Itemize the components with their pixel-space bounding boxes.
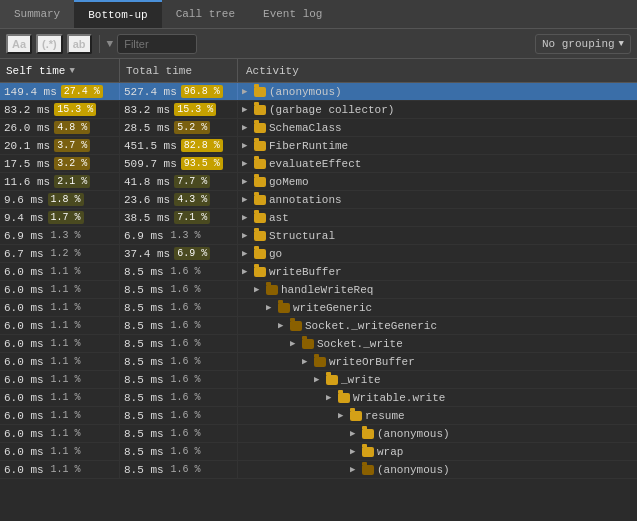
expand-icon[interactable]: ▶ [242, 140, 252, 151]
activity-name: Structural [269, 230, 335, 242]
table-row[interactable]: 20.1 ms3.7 %451.5 ms82.8 %▶FiberRuntime [0, 137, 637, 155]
table-row[interactable]: 6.0 ms1.1 %8.5 ms1.6 %▶Socket._write [0, 335, 637, 353]
self-ms-value: 6.0 ms [4, 338, 44, 350]
expand-icon[interactable]: ▶ [326, 392, 336, 403]
table-row[interactable]: 9.4 ms1.7 %38.5 ms7.1 %▶ast [0, 209, 637, 227]
filter-icon: ▼ [107, 38, 114, 50]
expand-icon[interactable]: ▶ [242, 122, 252, 133]
activity-name: Writable.write [353, 392, 445, 404]
grouping-label: No grouping [542, 38, 615, 50]
cell-activity: ▶writeGeneric [238, 299, 637, 316]
table-row[interactable]: 6.0 ms1.1 %8.5 ms1.6 %▶Writable.write [0, 389, 637, 407]
cell-total-time: 8.5 ms1.6 % [120, 425, 238, 442]
table-row[interactable]: 6.9 ms1.3 %6.9 ms1.3 %▶Structural [0, 227, 637, 245]
regex-button[interactable]: (.*) [36, 34, 63, 54]
tab-event-log[interactable]: Event log [249, 0, 336, 28]
table-row[interactable]: 6.0 ms1.1 %8.5 ms1.6 %▶_write [0, 371, 637, 389]
col-header-activity: Activity [238, 59, 637, 82]
table-row[interactable]: 83.2 ms15.3 %83.2 ms15.3 %▶(garbage coll… [0, 101, 637, 119]
expand-icon[interactable]: ▶ [290, 338, 300, 349]
cell-self-time: 6.0 ms1.1 % [0, 317, 120, 334]
cell-total-time: 8.5 ms1.6 % [120, 299, 238, 316]
table-row[interactable]: 149.4 ms27.4 %527.4 ms96.8 %▶(anonymous) [0, 83, 637, 101]
tab-call-tree[interactable]: Call tree [162, 0, 249, 28]
expand-icon[interactable]: ▶ [242, 176, 252, 187]
expand-icon[interactable]: ▶ [266, 302, 276, 313]
table-row[interactable]: 6.0 ms1.1 %8.5 ms1.6 %▶resume [0, 407, 637, 425]
table-row[interactable]: 26.0 ms4.8 %28.5 ms5.2 %▶SchemaClass [0, 119, 637, 137]
table-row[interactable]: 6.0 ms1.1 %8.5 ms1.6 %▶writeOrBuffer [0, 353, 637, 371]
cell-total-time: 83.2 ms15.3 % [120, 101, 238, 118]
folder-icon [254, 141, 266, 151]
self-ms-value: 11.6 ms [4, 176, 50, 188]
total-pct-badge: 5.2 % [174, 121, 210, 134]
expand-icon[interactable]: ▶ [254, 284, 264, 295]
cell-activity: ▶go [238, 245, 637, 262]
self-ms-value: 6.0 ms [4, 356, 44, 368]
table-row[interactable]: 9.6 ms1.8 %23.6 ms4.3 %▶annotations [0, 191, 637, 209]
expand-icon[interactable]: ▶ [350, 446, 360, 457]
cell-total-time: 8.5 ms1.6 % [120, 407, 238, 424]
tab-summary[interactable]: Summary [0, 0, 74, 28]
table-row[interactable]: 6.0 ms1.1 %8.5 ms1.6 %▶(anonymous) [0, 461, 637, 479]
self-ms-value: 6.0 ms [4, 428, 44, 440]
folder-icon [254, 231, 266, 241]
col-header-self-time[interactable]: Self time ▼ [0, 59, 120, 82]
activity-name: writeGeneric [293, 302, 372, 314]
expand-icon[interactable]: ▶ [242, 86, 252, 97]
cell-activity: ▶FiberRuntime [238, 137, 637, 154]
self-pct-badge: 1.1 % [48, 337, 84, 350]
case-button[interactable]: ab [67, 34, 92, 54]
table-row[interactable]: 6.0 ms1.1 %8.5 ms1.6 %▶wrap [0, 443, 637, 461]
cell-self-time: 6.0 ms1.1 % [0, 299, 120, 316]
table-row[interactable]: 17.5 ms3.2 %509.7 ms93.5 %▶evaluateEffec… [0, 155, 637, 173]
cell-activity: ▶goMemo [238, 173, 637, 190]
tab-bottom-up[interactable]: Bottom-up [74, 0, 161, 28]
self-pct-badge: 3.7 % [54, 139, 90, 152]
folder-icon [338, 393, 350, 403]
table-row[interactable]: 6.0 ms1.1 %8.5 ms1.6 %▶writeBuffer [0, 263, 637, 281]
activity-name: evaluateEffect [269, 158, 361, 170]
table-row[interactable]: 11.6 ms2.1 %41.8 ms7.7 %▶goMemo [0, 173, 637, 191]
expand-icon[interactable]: ▶ [350, 428, 360, 439]
table-header: Self time ▼ Total time Activity [0, 59, 637, 83]
expand-icon[interactable]: ▶ [242, 104, 252, 115]
expand-icon[interactable]: ▶ [314, 374, 324, 385]
total-ms-value: 6.9 ms [124, 230, 164, 242]
expand-icon[interactable]: ▶ [278, 320, 288, 331]
expand-icon[interactable]: ▶ [242, 212, 252, 223]
expand-icon[interactable]: ▶ [242, 158, 252, 169]
activity-name: FiberRuntime [269, 140, 348, 152]
self-ms-value: 26.0 ms [4, 122, 50, 134]
self-pct-badge: 15.3 % [54, 103, 96, 116]
total-ms-value: 8.5 ms [124, 302, 164, 314]
total-pct-badge: 1.6 % [168, 265, 204, 278]
table-row[interactable]: 6.7 ms1.2 %37.4 ms6.9 %▶go [0, 245, 637, 263]
activity-name: go [269, 248, 282, 260]
folder-icon [254, 195, 266, 205]
total-pct-badge: 1.3 % [168, 229, 204, 242]
sort-arrow-icon: ▼ [69, 66, 74, 76]
col-header-total-time[interactable]: Total time [120, 59, 238, 82]
expand-icon[interactable]: ▶ [242, 266, 252, 277]
expand-icon[interactable]: ▶ [242, 248, 252, 259]
self-ms-value: 6.0 ms [4, 266, 44, 278]
expand-icon[interactable]: ▶ [242, 230, 252, 241]
total-pct-badge: 1.6 % [168, 355, 204, 368]
expand-icon[interactable]: ▶ [302, 356, 312, 367]
cell-activity: ▶Structural [238, 227, 637, 244]
total-ms-value: 8.5 ms [124, 320, 164, 332]
table-row[interactable]: 6.0 ms1.1 %8.5 ms1.6 %▶(anonymous) [0, 425, 637, 443]
cell-self-time: 26.0 ms4.8 % [0, 119, 120, 136]
table-row[interactable]: 6.0 ms1.1 %8.5 ms1.6 %▶handleWriteReq [0, 281, 637, 299]
cell-self-time: 6.7 ms1.2 % [0, 245, 120, 262]
expand-icon[interactable]: ▶ [242, 194, 252, 205]
table-row[interactable]: 6.0 ms1.1 %8.5 ms1.6 %▶Socket._writeGene… [0, 317, 637, 335]
expand-icon[interactable]: ▶ [350, 464, 360, 475]
table-row[interactable]: 6.0 ms1.1 %8.5 ms1.6 %▶writeGeneric [0, 299, 637, 317]
self-pct-badge: 1.1 % [48, 463, 84, 476]
expand-icon[interactable]: ▶ [338, 410, 348, 421]
aa-button[interactable]: Aa [6, 34, 32, 54]
filter-input[interactable] [117, 34, 197, 54]
grouping-selector[interactable]: No grouping ▼ [535, 34, 631, 54]
